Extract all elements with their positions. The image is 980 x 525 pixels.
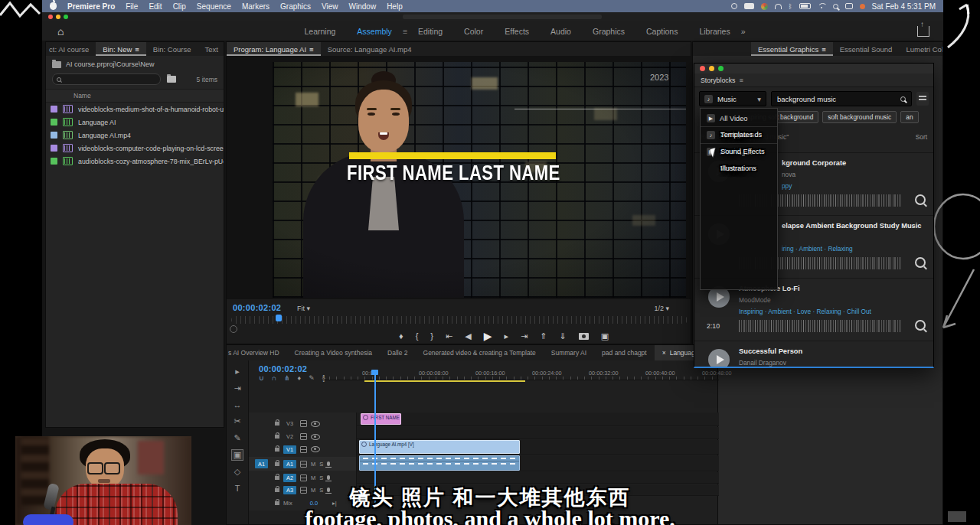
tab-program[interactable]: Program: Language AI [227, 42, 321, 56]
dropdown-item-all-video[interactable]: ▶All Video [701, 110, 777, 126]
timeline-ruler[interactable]: 00:00 00:00:08:00 00:00:16:00 00:00:24:0… [322, 369, 719, 380]
menu-window[interactable]: Window [349, 2, 377, 11]
lane-a2[interactable] [357, 472, 719, 484]
control-center-icon[interactable] [845, 3, 853, 9]
track-select-tool-icon[interactable]: ⇥ [234, 383, 240, 393]
mark-in-icon[interactable]: { [416, 331, 419, 341]
track-name[interactable]: A2 [283, 474, 296, 482]
comparison-view-icon[interactable]: ▣ [601, 331, 609, 341]
monitor-playhead-nub[interactable] [276, 315, 282, 321]
sync-lock-icon[interactable] [300, 446, 307, 453]
new-bin-icon[interactable] [167, 76, 176, 83]
mic-icon[interactable] [327, 475, 330, 480]
eye-icon[interactable] [311, 446, 320, 452]
menu-view[interactable]: View [322, 2, 338, 11]
panel-menu-icon[interactable] [309, 45, 314, 54]
search-input[interactable] [52, 73, 161, 85]
dropdown-item-illustrations[interactable]: Illustrations [701, 160, 934, 176]
column-header-name[interactable]: Name [46, 89, 224, 103]
play-button[interactable] [708, 349, 730, 368]
tab-graphics[interactable]: Graphics [582, 27, 635, 36]
storyblocks-title-bar[interactable] [694, 64, 933, 73]
track-tags[interactable]: Inspiring · Ambient · Love · Relaxing · … [739, 308, 871, 315]
menu-file[interactable]: File [126, 2, 138, 11]
playback-resolution-select[interactable]: 1/2 [654, 305, 669, 312]
track-a1[interactable]: A1 A1 M S [249, 457, 356, 471]
panel-menu-icon[interactable] [739, 77, 743, 84]
dropdown-item-templates[interactable]: Templates [701, 126, 934, 142]
audio-clip[interactable] [359, 455, 520, 471]
menu-sequence[interactable]: Sequence [197, 2, 231, 11]
zoom-level-select[interactable]: Fit [297, 305, 310, 312]
color-app-icon[interactable] [761, 3, 768, 10]
linked-selection-icon[interactable]: ∩ [272, 374, 276, 382]
menubar-clock[interactable]: Sat Feb 4 5:31 PM [872, 2, 936, 11]
go-to-in-icon[interactable]: ⇤ [446, 331, 452, 341]
sequence-tab[interactable]: Generated video & creating a Template [416, 345, 544, 360]
mic-icon[interactable] [327, 461, 330, 466]
window-close-icon[interactable] [48, 15, 53, 19]
workspace-overflow-icon[interactable] [741, 27, 746, 36]
keyboard-icon[interactable] [744, 3, 754, 9]
lock-icon[interactable] [275, 448, 279, 452]
menu-help[interactable]: Help [387, 2, 403, 11]
tab-source[interactable]: Source: Language AI.mp4 [321, 42, 419, 56]
list-item[interactable]: videoblocks-medium-shot-of-a-humanoid-ro… [46, 103, 224, 116]
label-swatch[interactable] [51, 132, 57, 139]
selection-tool-icon[interactable]: ▸ [235, 367, 240, 377]
lane-v2[interactable] [357, 427, 719, 439]
add-marker-icon[interactable]: ♦ [399, 331, 403, 341]
menu-markers[interactable]: Markers [242, 2, 270, 11]
tab-captions[interactable]: Captions [635, 27, 688, 36]
track-name[interactable]: A1 [283, 460, 296, 468]
spotlight-search-icon[interactable] [833, 4, 838, 9]
scroll-handle-icon[interactable] [230, 325, 237, 333]
lock-icon[interactable] [275, 476, 279, 480]
tab-effects[interactable]: Effects [494, 27, 540, 36]
wifi-icon[interactable] [818, 3, 826, 9]
work-area-bar[interactable] [364, 380, 525, 382]
timeline-settings-icon[interactable]: ✎ [309, 374, 315, 382]
monitor-scrubber[interactable] [231, 316, 688, 324]
tab-assembly[interactable]: Assembly [346, 27, 403, 36]
status-app-icon[interactable] [731, 3, 737, 9]
quick-export-icon[interactable] [917, 26, 929, 37]
sync-lock-icon[interactable] [300, 461, 307, 468]
find-similar-icon[interactable] [915, 320, 926, 331]
home-icon[interactable] [57, 25, 64, 38]
list-item[interactable]: Language AI [46, 116, 224, 129]
storyblocks-tab[interactable]: Storyblocks [694, 73, 933, 87]
filter-icon[interactable] [916, 92, 929, 106]
marker-icon[interactable]: ♦ [298, 374, 302, 382]
label-swatch[interactable] [51, 119, 57, 126]
solo-button[interactable]: S [319, 461, 323, 468]
track-tags[interactable]: ppy [782, 182, 792, 190]
track-title[interactable]: elapse Ambient Background Study Music [782, 222, 922, 230]
eye-icon[interactable] [311, 421, 320, 427]
lane-v3[interactable] [357, 412, 719, 426]
chip[interactable]: soft background music [822, 111, 897, 123]
find-similar-icon[interactable] [915, 194, 926, 205]
mark-out-icon[interactable]: } [430, 331, 433, 341]
label-swatch[interactable] [51, 158, 57, 165]
eye-icon[interactable] [311, 434, 320, 440]
app-menu[interactable]: Premiere Pro [67, 2, 115, 11]
program-video[interactable]: 2023 FIRST NAME LAST NAME [273, 62, 686, 298]
waveform[interactable] [739, 320, 901, 332]
lock-icon[interactable] [275, 422, 279, 426]
menu-edit[interactable]: Edit [149, 2, 162, 11]
track-v2[interactable]: V2 [249, 432, 356, 442]
apple-menu-icon[interactable] [50, 2, 57, 10]
nested-sequence-icon[interactable]: ⋔ [284, 374, 290, 382]
play-icon[interactable]: ▶ [484, 330, 492, 342]
find-similar-icon[interactable] [915, 257, 926, 268]
step-forward-icon[interactable]: ▸ [504, 331, 508, 341]
mute-button[interactable]: M [311, 461, 315, 468]
sync-lock-icon[interactable] [300, 420, 307, 427]
track-name[interactable]: V2 [283, 432, 296, 441]
track-v3[interactable]: V3 [249, 418, 356, 429]
track-a2[interactable]: A2 M S [249, 472, 356, 483]
sequence-tab[interactable]: Summary AI [544, 345, 594, 360]
label-swatch[interactable] [51, 145, 57, 152]
razor-tool-icon[interactable]: ✂ [234, 416, 240, 426]
